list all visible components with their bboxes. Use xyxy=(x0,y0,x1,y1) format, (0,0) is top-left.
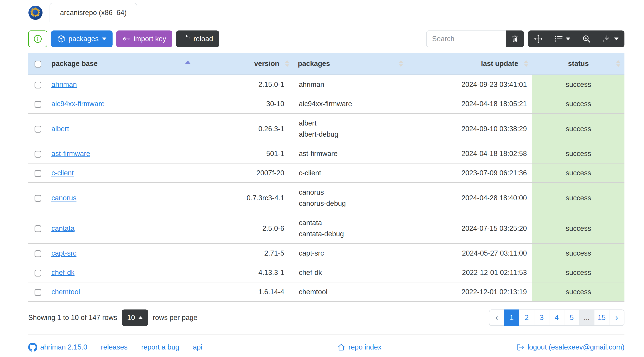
select-all-checkbox[interactable] xyxy=(34,61,42,68)
packages-cell: ahriman xyxy=(293,75,407,94)
page-size-dropdown[interactable]: 10 xyxy=(122,310,148,326)
export-button[interactable] xyxy=(597,30,624,47)
import-key-button[interactable]: import key xyxy=(116,30,172,47)
row-checkbox[interactable] xyxy=(34,151,42,158)
row-checkbox[interactable] xyxy=(34,82,42,88)
table-row: aic94xx-firmware 30-10 aic94xx-firmware … xyxy=(28,94,624,114)
row-checkbox[interactable] xyxy=(34,170,42,177)
releases-link[interactable]: releases xyxy=(101,343,128,351)
packages-cell: aic94xx-firmware xyxy=(293,94,407,114)
status-badge: success xyxy=(566,249,591,257)
column-header-last-update[interactable]: last update xyxy=(407,53,532,75)
tab-repository[interactable]: arcanisrepo (x86_64) xyxy=(50,3,137,22)
row-checkbox[interactable] xyxy=(34,126,42,132)
packages-cell: cantatacantata-debug xyxy=(293,213,407,244)
version-cell: 2007f-20 xyxy=(194,163,293,182)
columns-toggle-button[interactable] xyxy=(548,30,576,47)
package-base-link[interactable]: chemtool xyxy=(52,288,80,296)
table-row: ahriman 2.15.0-1 ahriman 2024-09-23 03:4… xyxy=(28,75,624,94)
packages-cell: canoruscanorus-debug xyxy=(293,182,407,213)
tab-repository-label: arcanisrepo (x86_64) xyxy=(60,9,127,17)
import-key-button-label: import key xyxy=(134,35,166,43)
info-circle-icon xyxy=(33,34,42,44)
table-header-row: package base version packages last updat… xyxy=(28,53,624,75)
toggle-search-button[interactable] xyxy=(576,30,597,47)
last-update-cell: 2023-07-09 06:21:36 xyxy=(407,163,532,182)
status-badge: success xyxy=(566,268,591,276)
page-5-button[interactable]: 5 xyxy=(564,310,580,326)
row-checkbox[interactable] xyxy=(34,225,42,232)
row-checkbox[interactable] xyxy=(34,101,42,108)
info-button[interactable] xyxy=(28,30,47,47)
status-badge: success xyxy=(566,125,591,133)
row-checkbox[interactable] xyxy=(34,195,42,202)
column-header-status[interactable]: status xyxy=(532,53,624,75)
toolbar-right xyxy=(426,30,624,47)
package-name: capt-src xyxy=(299,248,402,259)
fullscreen-button[interactable] xyxy=(528,30,548,47)
packages-cell: capt-src xyxy=(293,244,407,263)
package-name: ast-firmware xyxy=(299,148,402,159)
packages-cell: chef-dk xyxy=(293,263,407,282)
status-badge: success xyxy=(566,150,591,158)
row-checkbox[interactable] xyxy=(34,250,42,257)
package-name: aic94xx-firmware xyxy=(299,98,402,109)
page-size-value: 10 xyxy=(127,314,135,322)
table-row: cantata 2.5.0-6 cantatacantata-debug 202… xyxy=(28,213,624,244)
package-base-link[interactable]: aic94xx-firmware xyxy=(52,100,104,108)
key-icon xyxy=(122,35,130,43)
repo-index-link[interactable]: repo index xyxy=(337,343,381,351)
packages-button-label: packages xyxy=(68,35,99,43)
page-15-button[interactable]: 15 xyxy=(594,310,610,326)
row-checkbox[interactable] xyxy=(34,270,42,276)
package-base-link[interactable]: ast-firmware xyxy=(52,150,90,158)
page: arcanisrepo (x86_64) packages import key xyxy=(0,0,644,357)
footer: ahriman 2.15.0 releases report a bug api… xyxy=(28,334,624,352)
table-actions-group xyxy=(528,30,624,47)
report-bug-link[interactable]: report a bug xyxy=(141,343,179,351)
column-header-version[interactable]: version xyxy=(194,53,293,75)
package-name: c-client xyxy=(299,167,402,178)
logout-link[interactable]: logout (esalexeev@gmail.com) xyxy=(516,343,624,351)
page-ellipsis-button[interactable]: ... xyxy=(579,310,594,326)
package-base-link[interactable]: cantata xyxy=(52,224,74,232)
package-base-link[interactable]: capt-src xyxy=(52,249,76,257)
package-base-link[interactable]: c-client xyxy=(52,169,74,177)
page-next-button[interactable]: › xyxy=(609,310,624,326)
column-label: package base xyxy=(52,60,98,68)
clear-search-button[interactable] xyxy=(506,30,524,47)
sort-icon xyxy=(524,60,529,67)
package-base-link[interactable]: albert xyxy=(52,125,69,133)
package-base-link[interactable]: ahriman xyxy=(52,80,77,88)
row-checkbox[interactable] xyxy=(34,289,42,296)
package-base-link[interactable]: chef-dk xyxy=(52,268,74,276)
top-bar: arcanisrepo (x86_64) xyxy=(0,0,644,22)
status-badge: success xyxy=(566,194,591,202)
github-version-link[interactable]: ahriman 2.15.0 xyxy=(28,343,87,352)
caret-down-icon xyxy=(102,38,106,40)
rows-per-page-label: rows per page xyxy=(153,314,198,322)
api-link[interactable]: api xyxy=(193,343,202,351)
search-input[interactable] xyxy=(426,30,506,47)
packages-dropdown-button[interactable]: packages xyxy=(51,30,112,47)
page-4-button[interactable]: 4 xyxy=(549,310,564,326)
page-3-button[interactable]: 3 xyxy=(534,310,550,326)
package-name: ahriman xyxy=(299,79,402,90)
page-2-button[interactable]: 2 xyxy=(519,310,534,326)
reload-button-label: reload xyxy=(194,35,213,43)
package-name: albert xyxy=(299,118,402,129)
page-1-button[interactable]: 1 xyxy=(504,310,520,326)
packages-cell: c-client xyxy=(293,163,407,182)
trash-icon xyxy=(511,35,519,43)
page-prev-button[interactable]: ‹ xyxy=(489,310,504,326)
column-header-package-base[interactable]: package base xyxy=(48,53,194,75)
column-header-packages[interactable]: packages xyxy=(293,53,407,75)
package-base-link[interactable]: canorus xyxy=(52,194,76,202)
footer-links: ahriman 2.15.0 releases report a bug api xyxy=(28,343,202,352)
version-cell: 2.5.0-6 xyxy=(194,213,293,244)
logout-label: logout (esalexeev@gmail.com) xyxy=(528,343,624,351)
status-badge: success xyxy=(566,288,591,296)
reload-icon xyxy=(182,35,190,43)
reload-button[interactable]: reload xyxy=(176,30,219,47)
table-row: chemtool 1.6.14-4 chemtool 2022-12-01 02… xyxy=(28,282,624,302)
